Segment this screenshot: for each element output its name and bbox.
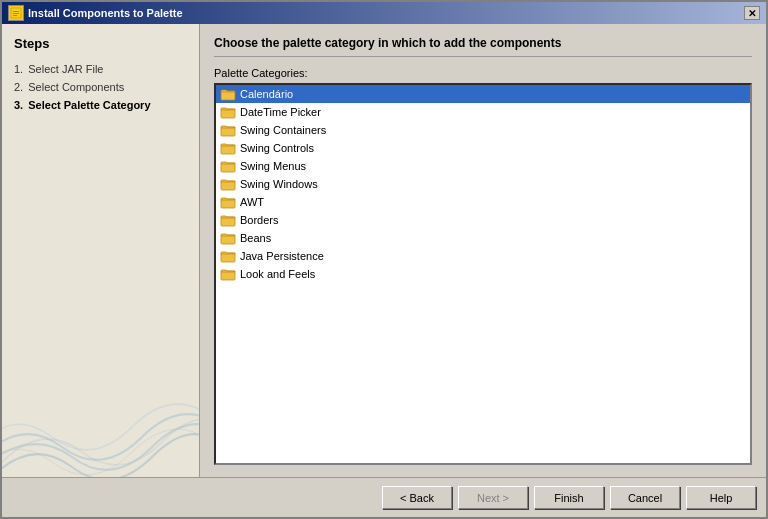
category-name: AWT xyxy=(240,196,264,208)
cancel-button[interactable]: Cancel xyxy=(610,486,680,509)
svg-rect-9 xyxy=(221,181,235,190)
step-item-1: 1. Select JAR File xyxy=(14,63,187,75)
folder-icon xyxy=(220,267,236,281)
folder-icon xyxy=(220,213,236,227)
svg-rect-14 xyxy=(221,271,235,280)
back-button[interactable]: < Back xyxy=(382,486,452,509)
button-bar: < Back Next > Finish Cancel Help xyxy=(2,477,766,517)
panel-heading: Choose the palette category in which to … xyxy=(214,36,752,57)
folder-icon xyxy=(220,231,236,245)
list-item[interactable]: Calendário xyxy=(216,85,750,103)
categories-list[interactable]: Calendário DateTime Picker Swing Contain… xyxy=(214,83,752,465)
main-content: Steps 1. Select JAR File 2. Select Compo… xyxy=(2,24,766,477)
category-name: Beans xyxy=(240,232,271,244)
right-panel: Choose the palette category in which to … xyxy=(200,24,766,477)
svg-rect-6 xyxy=(221,127,235,136)
folder-icon xyxy=(220,177,236,191)
list-item[interactable]: DateTime Picker xyxy=(216,103,750,121)
svg-rect-10 xyxy=(221,199,235,208)
window-title: Install Components to Palette xyxy=(28,7,183,19)
svg-rect-3 xyxy=(13,15,17,16)
step-item-2: 2. Select Components xyxy=(14,81,187,93)
list-item[interactable]: Swing Controls xyxy=(216,139,750,157)
svg-rect-13 xyxy=(221,253,235,262)
title-bar: Install Components to Palette ✕ xyxy=(2,2,766,24)
folder-icon xyxy=(220,87,236,101)
list-item[interactable]: Swing Menus xyxy=(216,157,750,175)
title-bar-left: Install Components to Palette xyxy=(8,5,183,21)
help-button[interactable]: Help xyxy=(686,486,756,509)
list-item[interactable]: Swing Windows xyxy=(216,175,750,193)
list-item[interactable]: Java Persistence xyxy=(216,247,750,265)
step-item-3: 3. Select Palette Category xyxy=(14,99,187,111)
category-name: Java Persistence xyxy=(240,250,324,262)
folder-icon xyxy=(220,159,236,173)
folder-icon xyxy=(220,105,236,119)
folder-icon xyxy=(220,141,236,155)
svg-rect-2 xyxy=(13,13,19,14)
category-name: Calendário xyxy=(240,88,293,100)
category-name: DateTime Picker xyxy=(240,106,321,118)
svg-rect-7 xyxy=(221,145,235,154)
close-button[interactable]: ✕ xyxy=(744,6,760,20)
list-item[interactable]: Borders xyxy=(216,211,750,229)
svg-rect-11 xyxy=(221,217,235,226)
folder-icon xyxy=(220,195,236,209)
steps-heading: Steps xyxy=(14,36,187,51)
folder-icon xyxy=(220,249,236,263)
category-name: Borders xyxy=(240,214,279,226)
svg-rect-8 xyxy=(221,163,235,172)
list-item[interactable]: Look and Feels xyxy=(216,265,750,283)
list-item[interactable]: Swing Containers xyxy=(216,121,750,139)
list-item[interactable]: Beans xyxy=(216,229,750,247)
category-name: Swing Windows xyxy=(240,178,318,190)
window-icon xyxy=(8,5,24,21)
folder-icon xyxy=(220,123,236,137)
svg-rect-1 xyxy=(13,11,19,12)
category-name: Look and Feels xyxy=(240,268,315,280)
next-button[interactable]: Next > xyxy=(458,486,528,509)
wave-decoration xyxy=(2,317,200,477)
svg-rect-12 xyxy=(221,235,235,244)
steps-panel: Steps 1. Select JAR File 2. Select Compo… xyxy=(2,24,200,477)
main-window: Install Components to Palette ✕ Steps 1.… xyxy=(0,0,768,519)
finish-button[interactable]: Finish xyxy=(534,486,604,509)
list-item[interactable]: AWT xyxy=(216,193,750,211)
category-name: Swing Controls xyxy=(240,142,314,154)
categories-label: Palette Categories: xyxy=(214,67,752,79)
category-name: Swing Menus xyxy=(240,160,306,172)
category-name: Swing Containers xyxy=(240,124,326,136)
